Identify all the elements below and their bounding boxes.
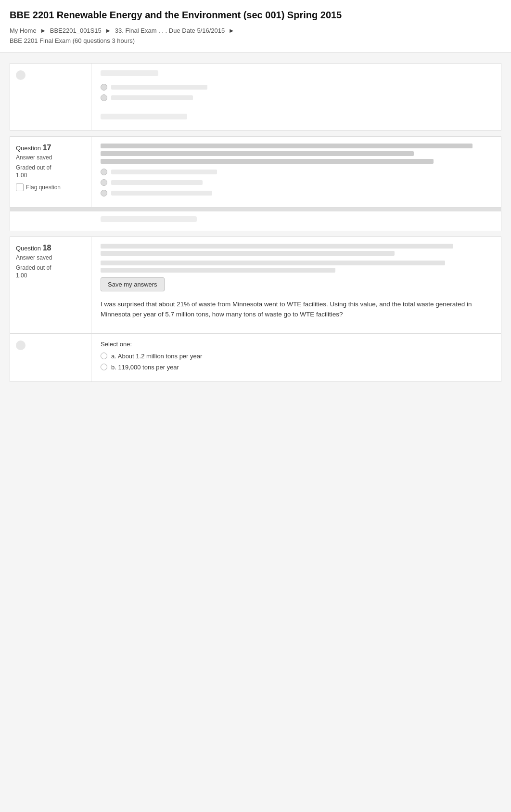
radio-icon[interactable] <box>101 353 107 359</box>
radio-icon[interactable] <box>101 364 107 370</box>
question-18-top-content: Save my answers I was surprised that abo… <box>92 237 501 333</box>
radio-icon[interactable] <box>101 169 107 175</box>
q18-options-list: a. About 1.2 million tons per year b. 11… <box>101 353 492 371</box>
question-17-block: Question 17 Answer saved Graded out of 1… <box>10 136 501 208</box>
breadcrumb-exam-title[interactable]: BBE 2201 Final Exam (60 questions 3 hour… <box>10 37 135 44</box>
radio-icon[interactable] <box>101 94 107 101</box>
blurred-option-2 <box>101 94 492 101</box>
blurred-line <box>101 244 453 249</box>
blurred-line <box>101 144 473 148</box>
question-18-block-top: Question 18 Answer saved Graded out of 1… <box>10 236 501 333</box>
q18-label-text: Question <box>16 245 41 252</box>
q18-option-b-text: b. 119,000 tons per year <box>111 364 179 371</box>
separator-text-block <box>10 211 501 231</box>
q17-flag-label: Flag question <box>26 184 61 191</box>
section-separator <box>10 208 501 211</box>
nav-circle-icon <box>16 70 26 80</box>
radio-icon[interactable] <box>101 190 107 196</box>
question-18-sidebar: Question 18 Answer saved Graded out of 1… <box>10 237 92 333</box>
top-blurred-sidebar <box>10 64 92 130</box>
radio-icon[interactable] <box>101 84 107 91</box>
q17-number: 17 <box>43 144 51 152</box>
q18-blurred-para1 <box>101 244 492 256</box>
blurred-option-1 <box>101 84 492 91</box>
q17-blurred-text-block <box>101 144 492 164</box>
blurred-line <box>101 159 434 164</box>
q18-bottom-content: Select one: a. About 1.2 million tons pe… <box>10 334 501 381</box>
breadcrumb-exam[interactable]: 33. Final Exam . . . Due Date 5/16/2015 <box>115 27 225 34</box>
blurred-line <box>101 151 414 156</box>
q17-graded-line2: 1.00 <box>16 172 27 179</box>
blurred-option-text <box>111 170 217 174</box>
q17-option-3 <box>101 190 492 196</box>
blurred-option-text <box>111 191 212 196</box>
blurred-line <box>101 268 335 273</box>
question-17-content <box>92 137 501 207</box>
breadcrumb-home[interactable]: My Home <box>10 27 37 34</box>
question-17-sidebar: Question 17 Answer saved Graded out of 1… <box>10 137 92 207</box>
breadcrumb-arrow2: ► <box>105 27 111 34</box>
top-blurred-content <box>92 64 501 130</box>
page-title: BBE 2201 Renewable Energy and the Enviro… <box>10 9 501 21</box>
q18-options-content: Select one: a. About 1.2 million tons pe… <box>92 334 501 381</box>
q18-blurred-para2 <box>101 261 492 273</box>
q17-graded-line1: Graded out of <box>16 164 51 171</box>
blurred-option-text <box>111 85 207 90</box>
blurred-line <box>101 261 445 265</box>
q17-graded-out: Graded out of 1.00 <box>16 164 86 180</box>
q17-answer-saved: Answer saved <box>16 154 86 161</box>
blurred-option-text <box>111 180 203 185</box>
q17-flag-question[interactable]: Flag question <box>16 183 86 191</box>
breadcrumb-arrow3: ► <box>229 27 235 34</box>
breadcrumb: My Home ► BBE2201_001S15 ► 33. Final Exa… <box>10 26 501 46</box>
question-18-label: Question 18 <box>16 244 86 252</box>
question-17-label: Question 17 <box>16 144 86 152</box>
q17-label-text: Question <box>16 144 41 152</box>
save-answers-button[interactable]: Save my answers <box>101 277 165 291</box>
q18-option-a[interactable]: a. About 1.2 million tons per year <box>101 353 492 360</box>
q18-question-text: I was surprised that about 21% of waste … <box>101 299 492 320</box>
content-area: Question 17 Answer saved Graded out of 1… <box>0 52 511 387</box>
blurred-line <box>101 251 395 256</box>
select-one-label: Select one: <box>101 341 492 348</box>
blurred-separator-text <box>101 114 187 119</box>
q18-graded-out: Graded out of 1.00 <box>16 264 86 280</box>
nav-circle-icon <box>16 341 26 350</box>
blurred-option-text <box>111 95 193 100</box>
blurred-separator <box>101 216 197 222</box>
q18-option-a-text: a. About 1.2 million tons per year <box>111 353 202 360</box>
breadcrumb-course[interactable]: BBE2201_001S15 <box>50 27 102 34</box>
question-18-block-bottom: Select one: a. About 1.2 million tons pe… <box>10 333 501 382</box>
page-wrapper: BBE 2201 Renewable Energy and the Enviro… <box>0 0 511 812</box>
blurred-title <box>101 70 158 76</box>
q18-option-b[interactable]: b. 119,000 tons per year <box>101 364 492 371</box>
q18-graded-line1: Graded out of <box>16 264 51 271</box>
q18-bottom-sidebar <box>10 334 92 381</box>
q18-number: 18 <box>43 244 51 252</box>
breadcrumb-arrow1: ► <box>40 27 46 34</box>
q17-option-1 <box>101 169 492 175</box>
header: BBE 2201 Renewable Energy and the Enviro… <box>0 0 511 52</box>
flag-checkbox-icon[interactable] <box>16 183 24 191</box>
q17-option-2 <box>101 179 492 186</box>
q18-answer-saved: Answer saved <box>16 254 86 261</box>
radio-icon[interactable] <box>101 179 107 186</box>
top-blurred-block <box>10 63 501 131</box>
q18-graded-line2: 1.00 <box>16 272 27 279</box>
